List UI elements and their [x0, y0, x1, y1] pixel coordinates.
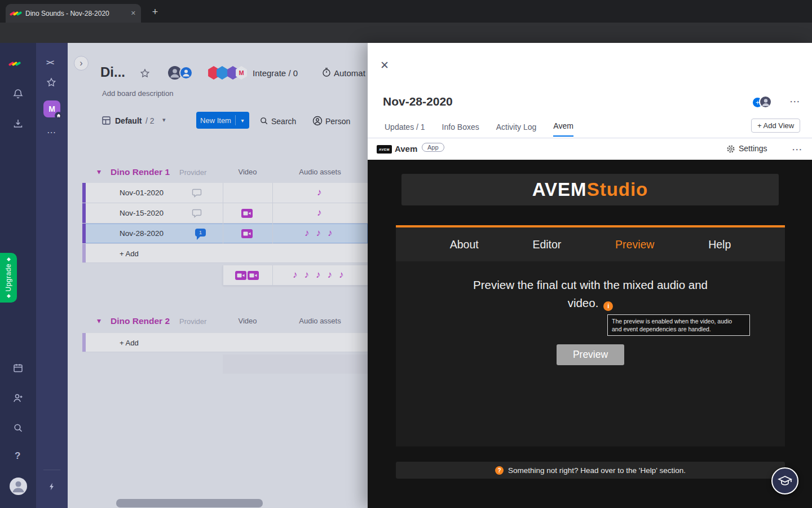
app-badge: App [422, 143, 444, 152]
item-title[interactable]: Nov-28-2020 [383, 95, 453, 108]
heading-line1: Preview the final cut with the mixed aud… [396, 276, 785, 294]
tab-avem[interactable]: Avem [553, 121, 573, 137]
inbox-download-icon[interactable] [12, 118, 24, 129]
tab-info-boxes[interactable]: Info Boxes [442, 122, 479, 137]
screen: Dino Sounds - Nov-28-2020 ✕ + ← → avem-f… [0, 0, 812, 508]
browser-tab[interactable]: Dino Sounds - Nov-28-2020 ✕ [6, 4, 141, 23]
monday-favicon [11, 8, 21, 19]
user-avatar[interactable] [10, 478, 27, 495]
app-name: Avem [395, 144, 417, 154]
quick-actions-bolt-icon[interactable] [47, 482, 56, 491]
home-badge-icon [55, 112, 63, 120]
settings-gear-icon[interactable] [726, 144, 735, 154]
sparkle-icon [6, 294, 10, 298]
add-view-button[interactable]: + Add View [751, 119, 800, 133]
avem-studio-banner: AVEMStudio [401, 174, 779, 205]
nav-help[interactable]: Help [708, 238, 731, 251]
avem-app-content: AVEMStudio About Editor Preview Help Pre… [368, 160, 812, 508]
favorites-star-icon[interactable] [46, 77, 56, 87]
help-icon[interactable]: ? [15, 450, 20, 462]
calendar-icon[interactable] [12, 362, 24, 374]
avem-logo-icon: AVEM [377, 145, 392, 154]
info-icon[interactable]: i [603, 301, 613, 311]
avem-app-box: About Editor Preview Help Preview the fi… [396, 225, 785, 446]
close-panel-icon[interactable]: ✕ [380, 59, 389, 72]
workspace-avatar[interactable]: M [43, 100, 60, 117]
search-icon[interactable] [13, 423, 23, 433]
nav-editor[interactable]: Editor [532, 238, 561, 251]
browser-tabstrip: Dino Sounds - Nov-28-2020 ✕ + [0, 0, 812, 23]
preview-tooltip: The preview is enabled when the video, a… [607, 314, 750, 336]
monday-left-rail: Upgrade ? [0, 43, 36, 508]
collapse-sidebar-icon[interactable]: >< [46, 58, 54, 67]
settings-label[interactable]: Settings [739, 144, 767, 153]
logo-accent: Studio [587, 179, 648, 200]
avem-nav: About Editor Preview Help [396, 227, 785, 261]
nav-preview[interactable]: Preview [615, 238, 654, 251]
preview-heading: Preview the final cut with the mixed aud… [396, 276, 785, 312]
heading-line2: video.i [396, 294, 785, 312]
subscriber-avatar[interactable] [759, 95, 772, 108]
modal-backdrop[interactable] [68, 43, 368, 508]
workspace-rail: >< M ⋯ [36, 43, 68, 508]
help-bar: ? Something not right? Head over to the … [396, 462, 785, 479]
workspace-menu-icon[interactable]: ⋯ [47, 127, 56, 138]
new-tab-button[interactable]: + [148, 5, 162, 19]
nav-about[interactable]: About [450, 238, 479, 251]
board-area: › Di... M Integrate / 0 Automat Add boar… [68, 43, 368, 508]
sparkle-icon [6, 257, 10, 261]
help-bar-text: Something not right? Head over to the 'H… [508, 466, 686, 475]
app-menu-icon[interactable]: ⋯ [792, 143, 802, 156]
upgrade-tab[interactable]: Upgrade [0, 253, 17, 303]
workspace-initial: M [48, 104, 55, 113]
tab-updates[interactable]: Updates / 1 [385, 122, 425, 137]
graduation-cap-icon [778, 474, 792, 488]
logo-primary: AVEM [532, 179, 587, 200]
invite-user-icon[interactable] [12, 392, 24, 404]
preview-button[interactable]: Preview [557, 344, 624, 365]
tab-close-icon[interactable]: ✕ [131, 10, 136, 17]
monday-logo-icon[interactable] [10, 59, 20, 69]
tab-title: Dino Sounds - Nov-28-2020 [25, 10, 127, 17]
help-question-icon: ? [495, 466, 504, 475]
divider [43, 470, 60, 470]
tab-activity-log[interactable]: Activity Log [496, 122, 537, 137]
notifications-bell-icon[interactable] [12, 88, 24, 99]
panel-tabs: Updates / 1 Info Boxes Activity Log Avem [385, 121, 573, 137]
learn-button[interactable] [771, 467, 798, 494]
browser-toolbar: ← → avem-force.monday.com/boards/8168252… [0, 23, 812, 43]
divider [368, 138, 812, 138]
panel-menu-icon[interactable]: ⋯ [789, 95, 800, 108]
upgrade-label: Upgrade [5, 264, 12, 292]
item-view-panel: ✕ Nov-28-2020 + ⋯ Updates / 1 Info Boxes… [368, 43, 812, 508]
